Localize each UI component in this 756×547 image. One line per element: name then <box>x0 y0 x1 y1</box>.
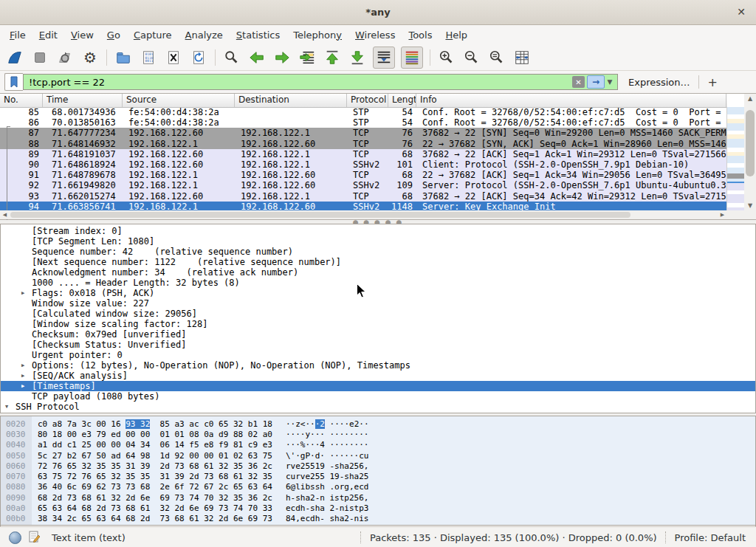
scroll-up-icon[interactable]: ▲ <box>744 94 756 103</box>
zoom-in-icon[interactable] <box>437 48 456 67</box>
hex-bytes[interactable]: 68 2d 73 68 61 32 2d 6e 69 73 74 70 32 3… <box>38 493 272 503</box>
column-header-destination[interactable]: Destination <box>235 94 347 107</box>
packet-row[interactable]: 9471.663856741192.168.122.1192.168.122.6… <box>0 202 727 210</box>
expander-closed-icon[interactable]: ▶ <box>21 373 32 379</box>
menu-view[interactable]: View <box>64 27 100 43</box>
clear-filter-icon[interactable]: ✕ <box>572 76 585 88</box>
hex-row[interactable]: 006072 76 65 32 35 35 31 39 2d 73 68 61 … <box>1 461 755 471</box>
scroll-left-icon[interactable]: ◀ <box>0 210 10 219</box>
go-last-icon[interactable] <box>348 48 367 67</box>
hex-ascii[interactable]: ···%···4 ········ <box>286 440 369 450</box>
expander-closed-icon[interactable]: ▶ <box>21 383 32 389</box>
bookmark-icon[interactable] <box>4 73 23 91</box>
hex-ascii[interactable]: ····y··· ········ <box>286 430 369 439</box>
detail-line[interactable]: ▶[SEQ/ACK analysis] <box>1 371 755 381</box>
packet-list-vscrollbar[interactable]: ▲ ▼ <box>744 94 756 210</box>
packet-row[interactable]: 8871.648146932192.168.122.1192.168.122.6… <box>0 139 727 149</box>
restart-capture-icon[interactable] <box>55 48 75 67</box>
detail-line[interactable]: Checksum: 0x79ed [unverified] <box>1 329 755 340</box>
stop-capture-icon[interactable] <box>30 48 49 67</box>
menu-help[interactable]: Help <box>439 27 474 43</box>
expander-closed-icon[interactable]: ▶ <box>21 290 32 296</box>
capture-comment-icon[interactable] <box>29 531 40 545</box>
find-packet-icon[interactable] <box>222 48 241 67</box>
hex-bytes[interactable]: 38 34 2c 65 63 64 68 2d 73 68 61 32 2d 6… <box>38 514 272 523</box>
packet-row[interactable]: 8568.001734936fe:54:00:d4:38:2aSTP54Conf… <box>0 107 727 117</box>
start-capture-icon[interactable] <box>5 48 24 67</box>
hex-bytes[interactable]: 36 40 6c 69 62 73 73 68 2e 6f 72 67 2c 6… <box>38 482 272 492</box>
display-filter-input[interactable]: !tcp.port == 22 ✕ → ▼ <box>23 74 618 90</box>
hex-bytes[interactable]: 63 75 72 76 65 32 35 35 31 39 2d 73 68 6… <box>38 472 272 481</box>
status-profile[interactable]: Profile: Default <box>675 532 746 543</box>
menu-tools[interactable]: Tools <box>402 27 439 43</box>
packet-list-header[interactable]: No.TimeSourceDestinationProtocolLengthIn… <box>0 94 727 108</box>
go-forward-icon[interactable] <box>272 48 292 67</box>
detail-line[interactable]: ▶Options: (12 bytes), No-Operation (NOP)… <box>1 360 755 371</box>
auto-scroll-icon[interactable] <box>373 47 395 69</box>
detail-line[interactable]: [Calculated window size: 29056] <box>1 309 755 319</box>
column-header-no[interactable]: No. <box>0 94 43 107</box>
menu-telephony[interactable]: Telephony <box>286 27 348 43</box>
colorize-icon[interactable] <box>401 47 423 69</box>
hex-bytes[interactable]: a1 dd c1 25 00 00 04 34 06 14 f5 e8 f9 8… <box>38 440 272 450</box>
packet-row[interactable]: 9271.661949820192.168.122.1192.168.122.6… <box>0 180 727 190</box>
hex-bytes[interactable]: 80 18 00 e3 79 ed 00 00 01 01 08 0a d9 8… <box>38 430 272 439</box>
packet-row[interactable]: 8670.013850163fe:54:00:d4:38:2aSTP54Conf… <box>0 117 727 128</box>
detail-line[interactable]: Sequence number: 42 (relative sequence n… <box>1 247 755 257</box>
hex-ascii[interactable]: 6@libssh .org,ecd <box>286 482 369 492</box>
intelligent-scrollbar-minimap[interactable] <box>726 107 744 210</box>
expander-closed-icon[interactable]: ▶ <box>21 362 32 368</box>
hex-selected-bytes[interactable]: 93 32 <box>126 419 150 429</box>
save-file-icon[interactable]: 010101100011 <box>139 48 158 67</box>
hex-ascii[interactable]: ··z<···2 ····e2·· <box>286 419 369 429</box>
packet-row[interactable]: 8971.648191037192.168.122.60192.168.122.… <box>0 149 727 159</box>
hex-bytes[interactable]: 72 76 65 32 35 35 31 39 2d 73 68 61 32 3… <box>38 461 272 471</box>
column-header-info[interactable]: Info <box>416 94 726 107</box>
capture-options-icon[interactable]: ⚙ <box>80 48 100 67</box>
menu-edit[interactable]: Edit <box>32 27 64 43</box>
apply-filter-icon[interactable]: → <box>587 75 605 89</box>
detail-line[interactable]: ▼SSH Protocol <box>1 402 755 412</box>
go-back-icon[interactable] <box>247 48 267 67</box>
hex-bytes[interactable]: 65 63 64 68 2d 73 68 61 32 2d 6e 69 73 7… <box>38 503 272 513</box>
hex-row[interactable]: 0020c0 a8 7a 3c 00 16 93 32 85 a3 ac c0 … <box>1 419 755 429</box>
hex-ascii[interactable]: 84,ecdh- sha2-nis <box>286 514 369 523</box>
packet-row[interactable]: 8771.647777234192.168.122.60192.168.122.… <box>0 128 727 138</box>
packet-row[interactable]: 9171.648789678192.168.122.1192.168.122.6… <box>0 170 727 180</box>
hex-bytes[interactable]: 5c 27 b2 67 50 ad 64 98 1d 92 00 00 01 0… <box>38 451 272 461</box>
detail-line[interactable]: [Next sequence number: 1122 (relative se… <box>1 257 755 267</box>
vscroll-thumb[interactable] <box>746 110 755 176</box>
column-header-length[interactable]: Length <box>388 94 416 107</box>
scroll-right-icon[interactable]: ▶ <box>718 210 727 219</box>
detail-line[interactable]: ▶Flags: 0x018 (PSH, ACK) <box>1 288 755 298</box>
hex-row[interactable]: 00b038 34 2c 65 63 64 68 2d 73 68 61 32 … <box>1 514 755 524</box>
detail-line[interactable]: [TCP Segment Len: 1080] <box>1 236 755 247</box>
detail-line[interactable]: [Stream index: 0] <box>1 226 755 236</box>
detail-line[interactable]: TCP payload (1080 bytes) <box>1 391 755 402</box>
menu-analyze[interactable]: Analyze <box>179 27 230 43</box>
detail-line[interactable]: Acknowledgment number: 34 (relative ack … <box>1 267 755 278</box>
hex-bytes[interactable]: c0 a8 7a 3c 00 16 93 32 85 a3 ac c0 65 3… <box>38 419 272 429</box>
column-header-time[interactable]: Time <box>43 94 123 107</box>
display-filter-value[interactable]: !tcp.port == 22 <box>29 77 572 88</box>
expander-open-icon[interactable]: ▼ <box>5 404 16 410</box>
menu-file[interactable]: File <box>3 27 32 43</box>
detail-line[interactable]: ▶[Timestamps] <box>1 381 755 391</box>
packet-row[interactable]: 9371.662015274192.168.122.60192.168.122.… <box>0 191 727 202</box>
hex-row[interactable]: 0040a1 dd c1 25 00 00 04 34 06 14 f5 e8 … <box>1 440 755 450</box>
go-to-packet-icon[interactable] <box>298 48 317 67</box>
add-filter-button[interactable]: + <box>699 75 726 89</box>
hex-ascii[interactable]: \'·gP·d· ······cu <box>286 451 369 461</box>
filter-dropdown-icon[interactable]: ▼ <box>605 76 615 88</box>
menu-wireless[interactable]: Wireless <box>348 27 402 43</box>
detail-line[interactable]: [Checksum Status: Unverified] <box>1 340 755 350</box>
close-window-icon[interactable]: ✕ <box>734 4 749 19</box>
resize-columns-icon[interactable] <box>512 48 532 67</box>
ascii-selected-chars[interactable]: ·2 <box>315 419 325 429</box>
scroll-down-icon[interactable]: ▼ <box>744 201 756 210</box>
hex-ascii[interactable]: h-sha2-n istp256, <box>286 493 369 503</box>
reload-file-icon[interactable] <box>189 48 208 67</box>
expression-button[interactable]: Expression… <box>618 77 698 88</box>
hex-ascii[interactable]: curve255 19-sha25 <box>286 472 369 481</box>
packet-row[interactable]: 9071.648618924192.168.122.60192.168.122.… <box>0 159 727 170</box>
